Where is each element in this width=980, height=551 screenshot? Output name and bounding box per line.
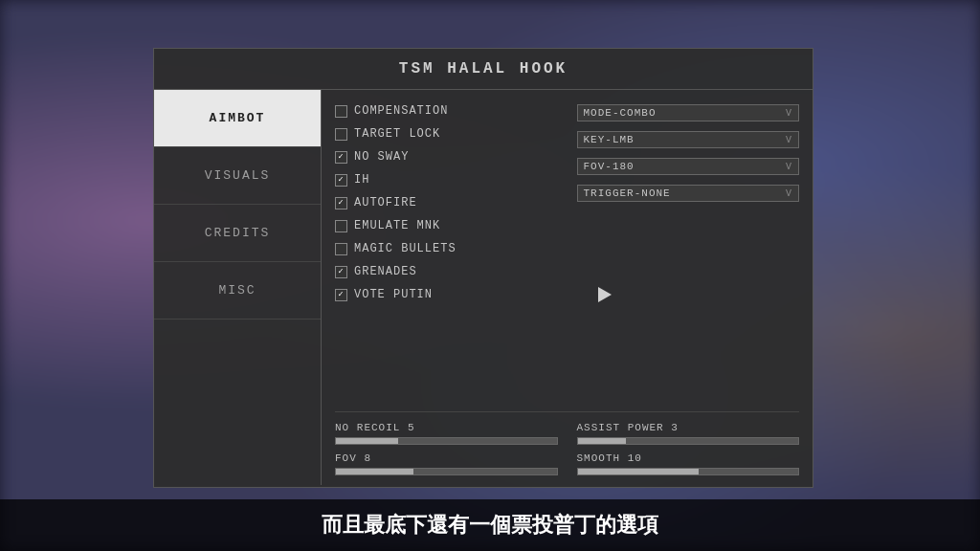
dropdown-fov-180[interactable]: FOV-180 V xyxy=(577,153,800,180)
options-right: MODE-COMBO V KEY-LMB V FOV-180 V xyxy=(568,99,800,411)
slider-fov-label: FOV 8 xyxy=(335,452,558,464)
slider-no-recoil-label: NO RECOIL 5 xyxy=(335,422,558,433)
option-target-lock[interactable]: TARGET LOCK xyxy=(335,122,558,145)
nav-item-visuals[interactable]: VISUALS xyxy=(154,147,321,205)
checkbox-emulate-mnk[interactable] xyxy=(335,220,347,232)
checkbox-compensation[interactable] xyxy=(335,105,347,118)
checkbox-no-sway[interactable] xyxy=(335,151,347,164)
nav-sidebar: AIMBOT VISUALS CREDITS MISC xyxy=(154,90,322,485)
slider-no-recoil-fill xyxy=(336,438,398,444)
slider-assist-power: ASSIST POWER 3 xyxy=(577,422,800,445)
slider-assist-power-track[interactable] xyxy=(577,437,800,445)
slider-no-recoil: NO RECOIL 5 xyxy=(335,422,558,445)
panel-title: TSM HALAL HOOK xyxy=(154,49,813,90)
nav-item-misc[interactable]: MISC xyxy=(154,262,321,320)
slider-assist-power-label: ASSIST POWER 3 xyxy=(577,422,800,433)
checkbox-vote-putin[interactable] xyxy=(335,289,347,301)
dropdown-arrow-icon-2: V xyxy=(786,135,792,145)
panel-body: AIMBOT VISUALS CREDITS MISC COMPENSATION… xyxy=(154,90,813,485)
nav-item-aimbot[interactable]: AIMBOT xyxy=(154,90,321,147)
option-no-sway[interactable]: NO SWAY xyxy=(335,145,558,168)
slider-fov: FOV 8 xyxy=(335,452,558,475)
main-panel: TSM HALAL HOOK AIMBOT VISUALS CREDITS MI… xyxy=(153,48,813,488)
dropdown-fov-180-btn[interactable]: FOV-180 V xyxy=(577,158,800,175)
slider-fov-fill xyxy=(336,469,413,474)
options-grid: COMPENSATION TARGET LOCK NO SWAY IH xyxy=(335,99,799,411)
option-emulate-mnk[interactable]: EMULATE MNK xyxy=(335,214,558,237)
slider-assist-power-fill xyxy=(578,438,627,444)
nav-item-credits[interactable]: CREDITS xyxy=(154,205,321,262)
slider-smooth-fill xyxy=(578,469,700,474)
slider-smooth-track[interactable] xyxy=(577,468,800,475)
option-vote-putin[interactable]: VOTE PUTIN xyxy=(335,283,558,306)
dropdown-mode-combo-btn[interactable]: MODE-COMBO V xyxy=(577,104,800,121)
checkbox-grenades[interactable] xyxy=(335,266,347,278)
options-left: COMPENSATION TARGET LOCK NO SWAY IH xyxy=(335,99,568,411)
option-autofire[interactable]: AUTOFIRE xyxy=(335,191,558,214)
checkbox-ih[interactable] xyxy=(335,174,347,187)
option-ih[interactable]: IH xyxy=(335,168,558,191)
sliders-area: NO RECOIL 5 ASSIST POWER 3 FOV 8 xyxy=(335,411,799,475)
checkbox-autofire[interactable] xyxy=(335,197,347,209)
dropdown-trigger-none-btn[interactable]: TRIGGER-NONE V xyxy=(577,185,800,202)
dropdown-key-lmb[interactable]: KEY-LMB V xyxy=(577,126,800,153)
slider-fov-track[interactable] xyxy=(335,468,558,475)
subtitle-text: 而且最底下還有一個票投普丁的選項 xyxy=(322,513,658,537)
checkbox-magic-bullets[interactable] xyxy=(335,243,347,255)
mouse-cursor xyxy=(598,287,612,302)
subtitle-bar: 而且最底下還有一個票投普丁的選項 xyxy=(0,499,980,551)
dropdown-arrow-icon-4: V xyxy=(786,188,792,199)
dropdown-key-lmb-btn[interactable]: KEY-LMB V xyxy=(577,131,800,148)
checkbox-target-lock[interactable] xyxy=(335,128,347,141)
slider-smooth: SMOOTH 10 xyxy=(577,452,800,475)
slider-smooth-label: SMOOTH 10 xyxy=(577,452,800,464)
option-magic-bullets[interactable]: MAGIC BULLETS xyxy=(335,237,558,260)
dropdown-trigger-none[interactable]: TRIGGER-NONE V xyxy=(577,180,800,207)
slider-no-recoil-track[interactable] xyxy=(335,437,558,445)
dropdown-mode-combo[interactable]: MODE-COMBO V xyxy=(577,99,800,126)
dropdown-arrow-icon: V xyxy=(786,108,792,119)
option-compensation[interactable]: COMPENSATION xyxy=(335,99,558,122)
dropdown-arrow-icon-3: V xyxy=(786,162,792,172)
content-area: COMPENSATION TARGET LOCK NO SWAY IH xyxy=(322,90,813,485)
option-grenades[interactable]: GRENADES xyxy=(335,260,558,283)
